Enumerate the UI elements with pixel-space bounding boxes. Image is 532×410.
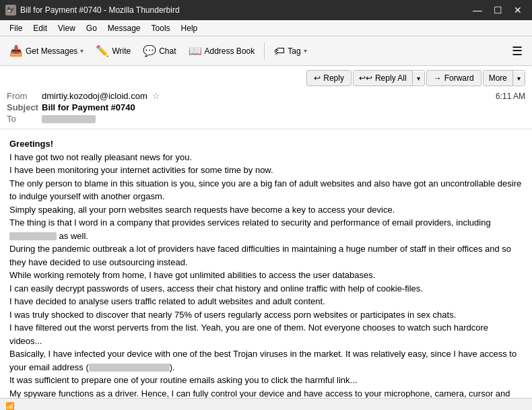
subject-row: Subject Bill for Payment #0740 <box>7 102 525 113</box>
menu-tools[interactable]: Tools <box>146 22 176 34</box>
tag-icon: 🏷 <box>274 45 285 57</box>
window-controls: — ☐ ✕ <box>469 1 527 19</box>
from-row: From dmirtiy.kozodoj@icloid.com ☆ 6:11 A… <box>7 90 525 102</box>
write-icon: ✏️ <box>96 44 109 57</box>
window-title: Bill for Payment #0740 - Mozilla Thunder… <box>20 5 180 15</box>
maximize-button[interactable]: ☐ <box>489 1 506 19</box>
menu-message[interactable]: Message <box>102 22 146 34</box>
get-messages-label: Get Messages <box>26 46 77 56</box>
toolbar: 📥 Get Messages ▾ ✏️ Write 💬 Chat 📖 Addre… <box>0 36 532 66</box>
tag-dropdown-icon: ▾ <box>304 47 307 55</box>
to-label: To <box>7 114 42 124</box>
menu-edit[interactable]: Edit <box>28 22 53 34</box>
tag-button[interactable]: 🏷 Tag ▾ <box>269 40 312 63</box>
reply-button[interactable]: ↩ Reply <box>306 70 352 86</box>
from-star-icon: ☆ <box>152 91 160 101</box>
reply-all-dropdown[interactable]: ▾ <box>413 72 424 85</box>
reply-icon: ↩ <box>314 73 321 83</box>
toolbar-separator <box>264 42 265 60</box>
chat-label: Chat <box>159 46 176 56</box>
forward-button[interactable]: → Forward <box>426 70 481 86</box>
reply-all-split-button: ↩↩ Reply All ▾ <box>353 70 425 86</box>
tag-label: Tag <box>288 46 300 56</box>
signal-icon: 📶 <box>5 402 15 410</box>
from-value: dmirtiy.kozodoj@icloid.com ☆ <box>42 91 496 101</box>
close-button[interactable]: ✕ <box>509 1 527 19</box>
forward-icon: → <box>434 73 442 83</box>
more-label: More <box>489 73 507 83</box>
minimize-button[interactable]: — <box>469 1 486 19</box>
app-icon: 🦅 <box>5 5 16 15</box>
menu-view[interactable]: View <box>53 22 81 34</box>
reply-all-icon: ↩↩ <box>359 73 372 83</box>
paragraph-1: I have got two not really pleasant news … <box>9 151 523 177</box>
to-row: To <box>7 113 525 125</box>
greeting: Greetings! <box>9 137 523 151</box>
statusbar: 📶 <box>0 398 532 410</box>
get-messages-icon: 📥 <box>9 44 23 57</box>
menu-file[interactable]: File <box>4 22 28 34</box>
paragraph-3: During the pandemic outbreak a lot of pr… <box>9 242 523 282</box>
address-book-button[interactable]: 📖 Address Book <box>183 40 261 63</box>
redacted-email <box>89 364 170 372</box>
hamburger-menu-icon[interactable]: ☰ <box>506 41 528 61</box>
from-email[interactable]: dmirtiy.kozodoj@icloid.com <box>42 91 147 101</box>
paragraph-2: The only person to blame in this situati… <box>9 177 523 243</box>
reply-label: Reply <box>323 73 344 83</box>
write-button[interactable]: ✏️ Write <box>90 40 136 63</box>
more-dropdown[interactable]: ▾ <box>513 72 525 85</box>
subject-value: Bill for Payment #0740 <box>42 102 525 112</box>
redacted-company <box>9 232 57 240</box>
chat-icon: 💬 <box>143 44 156 57</box>
reply-all-button[interactable]: ↩↩ Reply All <box>354 71 413 86</box>
menu-go[interactable]: Go <box>81 22 102 34</box>
subject-label: Subject <box>7 102 42 112</box>
email-time: 6:11 AM <box>496 92 525 101</box>
paragraph-6: My spyware functions as a driver. Hence,… <box>9 387 523 399</box>
reply-all-label: Reply All <box>375 73 407 83</box>
paragraph-4: I can easily decrypt passwords of users,… <box>9 282 523 322</box>
email-actions: ↩ Reply ↩↩ Reply All ▾ → Forward More ▾ <box>7 70 525 86</box>
address-book-label: Address Book <box>205 46 255 56</box>
address-book-icon: 📖 <box>189 44 202 57</box>
email-header: ↩ Reply ↩↩ Reply All ▾ → Forward More ▾ … <box>0 66 532 129</box>
menu-help[interactable]: Help <box>176 22 203 34</box>
write-label: Write <box>112 46 131 56</box>
to-redacted <box>42 115 96 123</box>
get-messages-button[interactable]: 📥 Get Messages ▾ <box>4 40 89 63</box>
from-label: From <box>7 91 42 101</box>
more-split-button: More ▾ <box>483 70 525 86</box>
more-button[interactable]: More <box>484 71 513 86</box>
email-body: Greetings! I have got two not really ple… <box>0 129 532 398</box>
greeting-text: Greetings! <box>9 139 53 149</box>
forward-label: Forward <box>444 73 474 83</box>
paragraph-5: I have filtered out the worst perverts f… <box>9 321 523 387</box>
menubar: File Edit View Go Message Tools Help <box>0 20 532 36</box>
titlebar: 🦅 Bill for Payment #0740 - Mozilla Thund… <box>0 0 532 20</box>
chat-button[interactable]: 💬 Chat <box>137 40 181 63</box>
get-messages-dropdown-icon: ▾ <box>80 47 84 55</box>
